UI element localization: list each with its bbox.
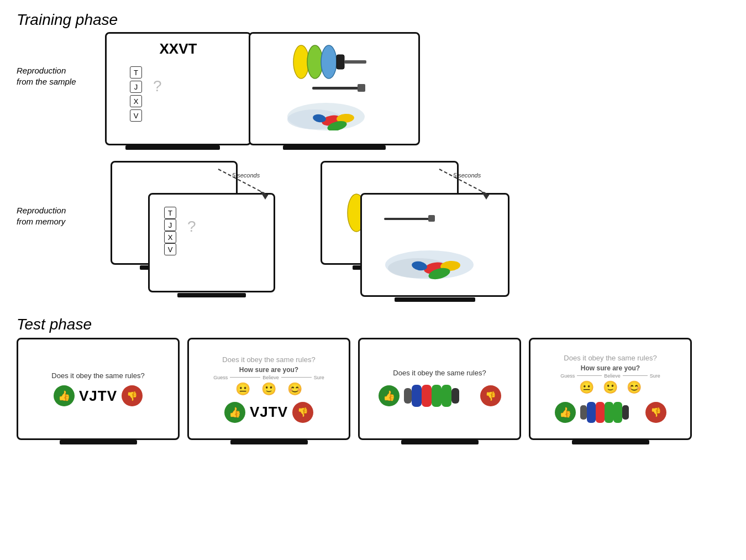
no-button-2[interactable]: 👎	[292, 402, 313, 423]
svg-point-2	[321, 45, 337, 78]
rating-guess-4: Guess	[560, 373, 575, 379]
rating-line-2a	[230, 377, 260, 378]
yes-button-2[interactable]: 👍	[224, 402, 245, 423]
svg-rect-43	[622, 405, 629, 420]
rating-sure-2: Sure	[314, 375, 324, 380]
svg-text:5 seconds: 5 seconds	[453, 172, 481, 179]
test-sure-2: How sure are you?	[239, 366, 298, 374]
test-monitor-4: Does it obey the same rules? How sure ar…	[529, 338, 692, 440]
yes-button-4[interactable]: 👍	[555, 402, 576, 423]
svg-marker-14	[260, 191, 268, 200]
test-rings-4	[580, 400, 641, 425]
emoji-3-4: 😊	[627, 380, 642, 395]
test-question-3: Does it obey the same rules?	[393, 369, 486, 377]
test-btns-2: 👍 VJTV 👎	[224, 402, 313, 423]
stacked-discs-top	[285, 43, 384, 81]
yes-button-1[interactable]: 👍	[54, 385, 75, 406]
test-stand-3	[401, 440, 479, 444]
svg-rect-38	[580, 405, 587, 420]
memory-label-line1: Reproduction	[17, 205, 105, 216]
emoji-3-2: 😊	[287, 382, 302, 396]
slider-svg	[312, 82, 373, 94]
memory-label-line2: from memory	[17, 216, 105, 227]
discs-svg-top	[285, 43, 384, 81]
svg-rect-5	[312, 87, 362, 90]
dashed-arrow-right: 5 seconds	[437, 166, 497, 202]
test-question-2: Does it obey the same rules?	[222, 355, 315, 364]
memory-front-objects-stand	[395, 297, 475, 302]
svg-rect-34	[422, 385, 432, 407]
test-text-1: VJTV	[79, 388, 117, 405]
monitor-stand-1	[125, 145, 220, 150]
test-btns-1: 👍 VJTV 👎	[54, 385, 143, 406]
rating-guess-2: Guess	[213, 375, 228, 380]
training-phase-label: Training phase	[17, 11, 729, 29]
mem-slider	[384, 213, 445, 227]
svg-rect-6	[358, 84, 365, 92]
test-stand-1	[60, 440, 137, 444]
emoji-1-4: 😐	[579, 380, 594, 395]
mem-letter-J: J	[164, 219, 176, 231]
svg-text:5 seconds: 5 seconds	[232, 172, 260, 179]
test-rings-3	[404, 383, 476, 409]
rating-line-2b	[281, 377, 312, 378]
memory-row: Reproduction from memory XXVT 5 seconds	[17, 161, 729, 299]
mem-letter-X: X	[164, 231, 176, 243]
training-left-col: Reproduction from the sample XXVT T J X …	[17, 32, 204, 150]
slider-bar	[312, 82, 373, 94]
yes-button-3[interactable]: 👍	[379, 385, 400, 406]
test-monitor-1: Does it obey the same rules? 👍 VJTV 👎	[17, 338, 180, 440]
rating-believe-4: Believe	[604, 373, 621, 379]
rating-bar-4: Guess Believe Sure	[560, 373, 660, 379]
test-monitors-row: Does it obey the same rules? 👍 VJTV 👎 Do…	[17, 338, 729, 444]
sequence-title: XXVT	[115, 40, 241, 57]
svg-rect-41	[605, 402, 613, 423]
svg-rect-3	[337, 55, 344, 69]
training-objects-monitor	[249, 32, 420, 145]
test-sure-4: How sure are you?	[581, 364, 640, 372]
no-button-3[interactable]: 👎	[480, 385, 501, 406]
test-monitor-3: Does it obey the same rules? 👍 👎	[358, 338, 521, 440]
svg-point-1	[307, 45, 323, 78]
svg-rect-36	[442, 385, 451, 407]
emoji-2-2: 🙂	[261, 382, 276, 396]
no-button-1[interactable]: 👎	[122, 385, 143, 406]
test-btns-3: 👍 👎	[379, 383, 501, 409]
svg-rect-4	[344, 60, 366, 64]
no-button-4[interactable]: 👎	[645, 402, 666, 423]
test-section: Test phase Does it obey the same rules? …	[17, 316, 729, 444]
test-monitor-col-1: Does it obey the same rules? 👍 VJTV 👎	[17, 338, 180, 444]
test-monitor-2: Does it obey the same rules? How sure ar…	[187, 338, 350, 440]
main-page: Training phase Reproduction from the sam…	[0, 0, 746, 456]
memory-front-monitor-objects	[360, 193, 509, 297]
test-monitor-col-3: Does it obey the same rules? 👍 👎	[358, 338, 521, 444]
mem-letter-T: T	[164, 207, 176, 219]
test-monitor-col-4: Does it obey the same rules? How sure ar…	[529, 338, 692, 444]
test-question-1: Does it obey the same rules?	[51, 371, 144, 380]
svg-rect-33	[412, 385, 422, 407]
mem-letter-V: V	[164, 243, 176, 255]
memory-objects-group: 5 seconds	[321, 161, 525, 299]
emoji-2-4: 🙂	[603, 380, 618, 395]
rating-bar-2: Guess Believe Sure	[213, 375, 324, 380]
memory-front-text-stand	[177, 293, 245, 297]
palette-blobs	[287, 97, 381, 133]
svg-rect-32	[404, 388, 412, 404]
test-text-2: VJTV	[250, 404, 288, 421]
svg-point-0	[293, 45, 309, 78]
svg-marker-22	[481, 191, 489, 200]
test-btns-4: 👍 👎	[555, 400, 666, 425]
emoji-row-2: 😐 🙂 😊	[235, 382, 302, 396]
palette-svg	[287, 97, 381, 130]
training-text-monitor: XXVT T J X V ?	[105, 32, 251, 145]
letter-T: T	[130, 66, 142, 78]
svg-rect-39	[587, 402, 596, 423]
svg-rect-35	[432, 385, 442, 407]
memory-letter-boxes: T J X V	[164, 207, 176, 255]
arrow-svg-right: 5 seconds	[437, 166, 497, 200]
question-mark-sample: ?	[153, 77, 162, 95]
svg-rect-40	[596, 402, 605, 423]
mem-palette-svg	[380, 242, 490, 280]
rating-believe-2: Believe	[262, 375, 279, 380]
svg-rect-25	[428, 215, 435, 222]
